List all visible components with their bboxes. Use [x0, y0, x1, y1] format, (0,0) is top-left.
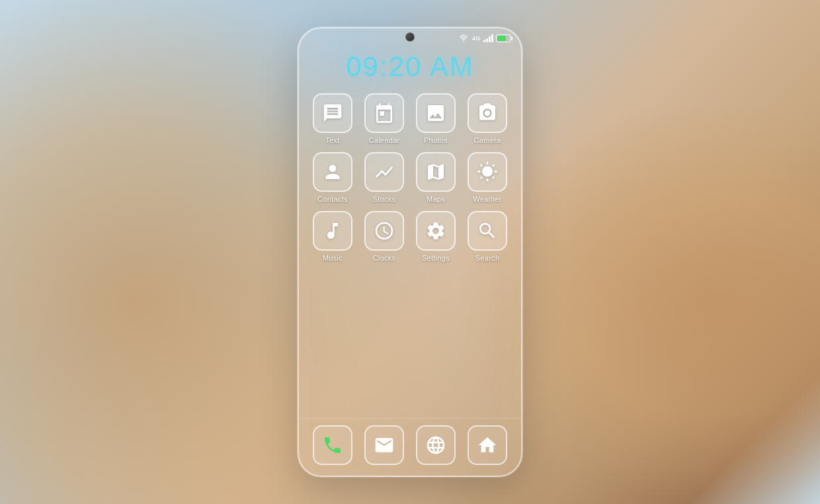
settings-icon	[425, 220, 446, 241]
dock-mail-icon-box[interactable]	[364, 425, 404, 465]
app-camera[interactable]: Camera	[466, 93, 509, 144]
music-icon	[322, 220, 343, 241]
search-icon	[477, 220, 498, 241]
phone-device: 4G 09:20 AM Text	[298, 27, 522, 477]
app-maps-icon-box[interactable]	[416, 152, 456, 192]
app-maps-label: Maps	[427, 195, 445, 203]
app-photos-label: Photos	[424, 136, 448, 144]
phone-icon	[322, 435, 343, 456]
app-search-icon-box[interactable]	[468, 211, 507, 251]
app-camera-label: Camera	[474, 136, 501, 144]
app-text-label: Text	[325, 136, 339, 144]
app-search-label: Search	[475, 254, 500, 262]
app-search[interactable]: Search	[466, 211, 509, 262]
app-weather-icon-box[interactable]	[468, 152, 507, 192]
app-clocks-icon-box[interactable]	[364, 211, 404, 251]
photos-icon	[425, 103, 446, 124]
camera-icon	[477, 103, 498, 124]
dock-browser[interactable]	[414, 425, 458, 465]
calendar-icon	[374, 103, 395, 124]
app-calendar[interactable]: Calendar	[362, 93, 406, 144]
app-music-label: Music	[323, 254, 343, 262]
app-grid: Text Calendar Photos	[299, 93, 521, 262]
app-clocks[interactable]: Clocks	[362, 211, 406, 262]
app-settings-label: Settings	[422, 254, 450, 262]
dock-home[interactable]	[466, 425, 509, 465]
app-stocks[interactable]: Stocks	[362, 152, 406, 203]
clocks-icon	[374, 220, 395, 241]
app-maps[interactable]: Maps	[414, 152, 458, 203]
app-weather-label: Weather	[473, 195, 501, 203]
chat-icon	[322, 103, 343, 124]
app-photos-icon-box[interactable]	[416, 93, 456, 133]
wifi-icon	[458, 34, 470, 43]
dock-browser-icon-box[interactable]	[416, 425, 456, 465]
app-contacts-label: Contacts	[317, 195, 348, 203]
app-stocks-label: Stocks	[373, 195, 396, 203]
phone-dock	[299, 418, 521, 476]
maps-icon	[425, 161, 446, 183]
dock-mail[interactable]	[362, 425, 406, 465]
weather-icon	[477, 161, 498, 183]
dock-phone-icon-box[interactable]	[313, 425, 352, 465]
mail-icon	[374, 435, 395, 456]
home-icon	[477, 435, 498, 456]
network-type: 4G	[472, 35, 481, 42]
app-music[interactable]: Music	[311, 211, 354, 262]
app-text-icon-box[interactable]	[313, 93, 352, 133]
camera-dot	[405, 32, 415, 42]
battery-icon	[496, 34, 511, 42]
app-weather[interactable]: Weather	[466, 152, 509, 203]
app-music-icon-box[interactable]	[313, 211, 352, 251]
dock-phone[interactable]	[311, 425, 354, 465]
app-settings-icon-box[interactable]	[416, 211, 456, 251]
app-calendar-label: Calendar	[368, 136, 399, 144]
dock-home-icon-box[interactable]	[468, 425, 507, 465]
app-photos[interactable]: Photos	[414, 93, 458, 144]
app-stocks-icon-box[interactable]	[364, 152, 404, 192]
status-right: 4G	[458, 34, 511, 43]
clock-display: 09:20 AM	[346, 46, 473, 93]
battery-fill	[497, 36, 506, 41]
globe-icon	[425, 435, 446, 456]
signal-bars	[483, 34, 493, 42]
app-contacts[interactable]: Contacts	[311, 152, 354, 203]
status-bar: 4G	[299, 28, 521, 46]
wifi-svg	[458, 34, 469, 43]
app-contacts-icon-box[interactable]	[313, 152, 352, 192]
contacts-icon	[322, 161, 343, 183]
app-calendar-icon-box[interactable]	[364, 93, 404, 133]
app-camera-icon-box[interactable]	[468, 93, 507, 133]
app-clocks-label: Clocks	[373, 254, 396, 262]
app-settings[interactable]: Settings	[414, 211, 458, 262]
stocks-icon	[374, 161, 395, 183]
app-text[interactable]: Text	[311, 93, 354, 144]
